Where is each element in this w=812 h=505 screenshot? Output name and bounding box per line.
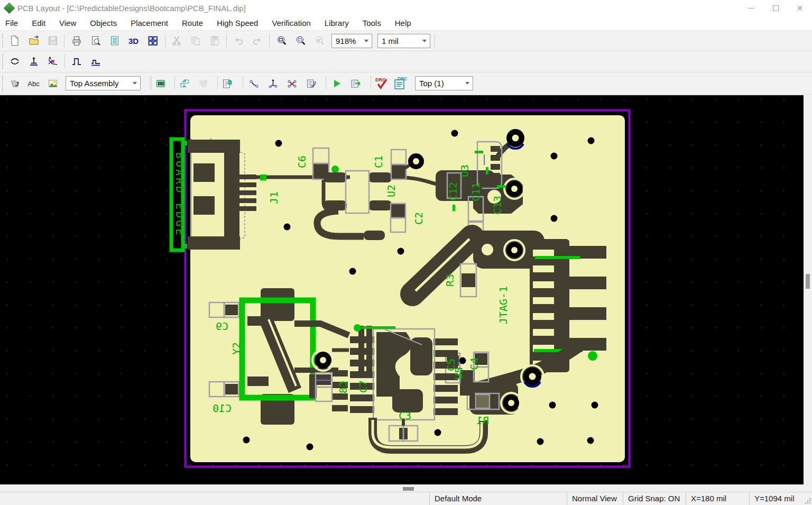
zoom-select[interactable]: 918% <box>331 34 372 48</box>
menu-high-speed[interactable]: High Speed <box>210 16 265 31</box>
diff-pair-icon <box>9 56 21 67</box>
silkscreen-label[interactable]: Y2 <box>230 342 243 355</box>
toolbar-objects-route: Abc Top Assembly DRC DRC Top (1) <box>0 72 812 95</box>
menu-placement[interactable]: Placement <box>124 16 175 31</box>
silkscreen-label[interactable]: C8 <box>337 381 349 393</box>
status-x-coordinate: X=180 mil <box>686 492 749 505</box>
silkscreen-label[interactable]: C2 <box>412 212 425 225</box>
minimize-button[interactable] <box>739 0 763 16</box>
copy-button[interactable] <box>187 32 204 49</box>
resize-grip[interactable] <box>805 498 811 504</box>
app-logo-icon <box>4 2 15 13</box>
toolbar-grip[interactable] <box>2 54 4 69</box>
print-button[interactable] <box>68 32 85 49</box>
horizontal-scrollbar[interactable] <box>0 484 804 492</box>
silkscreen-label[interactable]: R3 <box>444 274 456 287</box>
menu-edit[interactable]: Edit <box>25 16 52 31</box>
undo-icon <box>233 35 244 47</box>
silkscreen-label[interactable]: C10 <box>213 402 232 415</box>
route-delete-button[interactable] <box>283 75 301 92</box>
silkscreen-label[interactable]: J1 <box>267 191 280 204</box>
vertical-scrollbar-thumb[interactable] <box>806 274 810 289</box>
silkscreen-label[interactable]: U5 <box>453 367 465 380</box>
silkscreen-label[interactable]: C1 <box>372 155 385 168</box>
zoom-window-button[interactable] <box>273 32 290 49</box>
toolbar-separator <box>326 76 326 89</box>
silkscreen-label[interactable]: C9 <box>216 320 228 333</box>
silkscreen-label[interactable]: C4 <box>468 357 481 370</box>
paste-button[interactable] <box>206 32 223 49</box>
silkscreen-label[interactable]: C12 <box>447 182 459 201</box>
vertical-scrollbar[interactable] <box>804 95 812 484</box>
toolbar-grip[interactable] <box>2 34 4 48</box>
autorouter-report-button[interactable] <box>347 75 364 92</box>
new-file-button[interactable] <box>6 32 23 49</box>
pattern-footprint-button[interactable] <box>152 75 169 92</box>
save-file-icon <box>47 35 59 47</box>
active-layer-select[interactable]: Top (1) <box>415 76 473 90</box>
report-button[interactable] <box>106 32 123 49</box>
drc-check-button[interactable]: DRC <box>373 75 390 92</box>
route-net-button[interactable] <box>245 75 263 92</box>
pattern-properties-button[interactable] <box>218 75 236 92</box>
view-3d-button[interactable]: 3D <box>125 32 142 49</box>
diff-pair-button[interactable] <box>6 53 23 70</box>
toolbar-grip[interactable] <box>2 76 4 91</box>
horizontal-scrollbar-thumb[interactable] <box>403 487 414 491</box>
zoom-previous-button[interactable] <box>311 32 328 49</box>
place-text-button[interactable]: Abc <box>25 75 42 92</box>
zoom-select-value: 918% <box>332 36 361 45</box>
menu-library[interactable]: Library <box>318 16 356 31</box>
tile-windows-button[interactable] <box>144 32 161 49</box>
pattern-update-icon <box>179 78 190 89</box>
maximize-button[interactable] <box>763 0 788 16</box>
silkscreen-label[interactable]: C11 <box>469 182 482 201</box>
svg-text:DRC: DRC <box>398 76 407 81</box>
menu-tools[interactable]: Tools <box>356 16 388 31</box>
undo-button[interactable] <box>229 32 247 49</box>
open-file-button[interactable] <box>25 32 42 49</box>
cut-button[interactable] <box>168 32 185 49</box>
run-autorouter-button[interactable] <box>328 75 345 92</box>
meander-button[interactable] <box>68 53 85 70</box>
redo-button[interactable] <box>248 32 266 49</box>
unroute-highspeed-button[interactable] <box>44 53 61 70</box>
menu-objects[interactable]: Objects <box>83 16 124 31</box>
silkscreen-label[interactable]: U2 <box>385 185 398 197</box>
silkscreen-label[interactable]: BOARD EDGE <box>173 152 186 237</box>
silkscreen-label[interactable]: C3 <box>399 409 411 422</box>
menu-verification[interactable]: Verification <box>265 16 317 31</box>
toolbar-separator <box>165 34 165 48</box>
silkscreen-label[interactable]: JTAG-1 <box>497 286 510 324</box>
silkscreen-label[interactable]: C6 <box>296 155 308 168</box>
menu-route[interactable]: Route <box>175 16 210 31</box>
print-preview-button[interactable] <box>87 32 104 49</box>
meander-single-button[interactable] <box>87 53 104 70</box>
pattern-delete-button[interactable] <box>195 75 212 92</box>
grid-select[interactable]: 1 mil <box>377 34 430 48</box>
run-autorouter-icon <box>331 78 343 89</box>
zoom-out-icon <box>295 35 307 47</box>
pattern-update-button[interactable] <box>176 75 193 92</box>
route-length-button[interactable] <box>264 75 282 92</box>
zoom-out-button[interactable] <box>292 32 309 49</box>
silkscreen-label[interactable]: C7 <box>357 380 370 393</box>
silkscreen-label[interactable]: R1 <box>476 414 489 427</box>
menu-file[interactable]: File <box>0 16 25 31</box>
place-shape-button[interactable] <box>6 75 23 92</box>
close-button[interactable]: × <box>788 0 812 16</box>
route-info-button[interactable] <box>302 75 320 92</box>
pattern-delete-icon <box>198 78 209 89</box>
menu-view[interactable]: View <box>52 16 83 31</box>
display-layer-select[interactable]: Top Assembly <box>66 76 141 90</box>
silkscreen-label[interactable]: U3 <box>458 164 471 177</box>
place-picture-button[interactable] <box>44 75 61 92</box>
menu-help[interactable]: Help <box>388 16 418 31</box>
length-match-button[interactable] <box>25 53 42 70</box>
save-file-button[interactable] <box>44 32 61 49</box>
silkscreen-label[interactable]: C13 <box>491 196 504 215</box>
toolbar-standard: 3D 918% 1 mil <box>0 31 812 51</box>
pcb-canvas[interactable]: BOARD EDGEJ1C6C1U2C2U3C12C11C13R3JTAG-1Y… <box>0 95 804 484</box>
title-bar: PCB Layout - [C:\PredictableDesigns\Boot… <box>0 0 812 16</box>
drc-report-button[interactable]: DRC <box>392 75 409 92</box>
